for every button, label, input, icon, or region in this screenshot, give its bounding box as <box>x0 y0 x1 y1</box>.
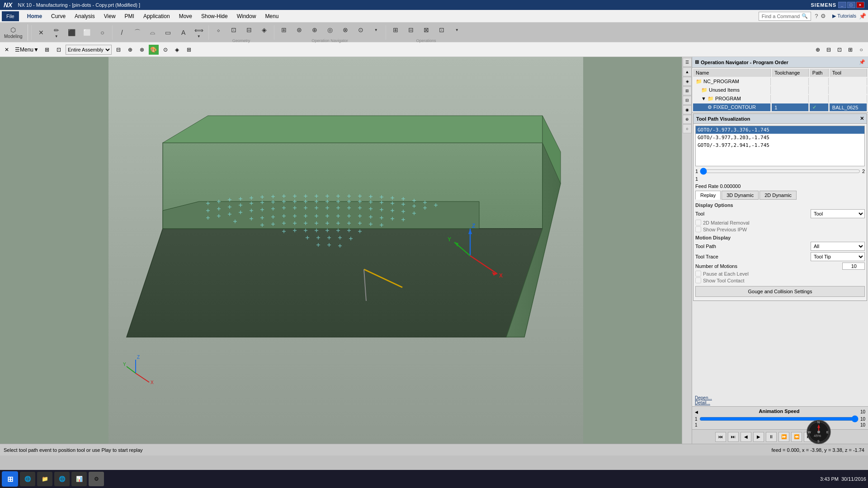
goto-item-3[interactable]: GOTO/-3.977,2.941,-1.745 <box>696 141 864 149</box>
revolve-btn[interactable]: ⬜ <box>80 24 94 41</box>
ctx-btn1[interactable]: ⊞ <box>42 45 52 55</box>
ops-btn4[interactable]: ⊡ <box>434 22 449 38</box>
pause-level-checkbox[interactable] <box>695 271 701 277</box>
ctx-r-btn2[interactable]: ⊟ <box>824 45 834 55</box>
menu-application[interactable]: Application <box>139 11 175 21</box>
table-row[interactable]: 📁 NC_PROGRAM <box>693 78 867 85</box>
op-nav-btn5[interactable]: ⊗ <box>338 22 353 38</box>
dep-link[interactable]: Depen... <box>695 395 865 400</box>
r-icon-8[interactable]: ○ <box>683 124 692 133</box>
menu-show-hide[interactable]: Show-Hide <box>197 11 232 21</box>
ctx-r-btn5[interactable]: ○ <box>856 45 866 55</box>
close-tool-btn[interactable]: ✕ <box>34 24 48 41</box>
tool-path-select[interactable]: All None Rapid Only <box>811 242 865 251</box>
op-nav-btn3[interactable]: ⊕ <box>307 22 322 38</box>
ctx-btn6[interactable]: ⊙ <box>160 45 170 55</box>
tool-option-select[interactable]: Tool None Holder+Tool <box>811 209 865 218</box>
step-back-btn[interactable]: ◀ <box>741 432 751 442</box>
r-icon-3[interactable]: ◈ <box>683 77 692 86</box>
prev-btn[interactable]: ⏭ <box>728 432 739 442</box>
taskbar-app[interactable]: 📊 <box>71 472 87 486</box>
tpv-close-btn[interactable]: ✕ <box>860 116 864 122</box>
ctx-btn5[interactable]: ⊗ <box>137 45 147 55</box>
ops-btn3[interactable]: ⊠ <box>419 22 434 38</box>
menu-context-btn[interactable]: ☰ Menu ▼ <box>14 45 40 55</box>
tab-replay[interactable]: Replay <box>695 191 721 200</box>
ctx-btn8[interactable]: ⊞ <box>184 45 194 55</box>
menu-pmi[interactable]: PMI <box>120 11 139 21</box>
maximize-button[interactable]: □ <box>847 2 855 8</box>
expand-icon[interactable]: ▼ <box>701 96 706 101</box>
arc-btn[interactable]: ⌒ <box>130 24 145 41</box>
tutorials-link[interactable]: ▶ Tutorials <box>832 13 856 19</box>
fast-forward-btn[interactable]: ⏪ <box>791 432 802 442</box>
anim-speed-slider[interactable] <box>699 415 859 422</box>
step-forward-btn[interactable]: ⏩ <box>778 432 789 442</box>
dimension-btn[interactable]: ⟺▼ <box>192 24 206 41</box>
op-nav-dropdown[interactable]: ▼ <box>369 22 383 38</box>
geom-btn3[interactable]: ⊟ <box>242 22 256 38</box>
r-icon-6[interactable]: ◉ <box>683 105 692 114</box>
ctx-btn2[interactable]: ⊡ <box>54 45 64 55</box>
tool-trace-select[interactable]: Tool Tip None All <box>811 252 865 261</box>
menu-home[interactable]: Home <box>23 11 47 21</box>
geom-btn4[interactable]: ◈ <box>257 22 272 38</box>
ops-btn1[interactable]: ⊞ <box>388 22 403 38</box>
op-nav-btn2[interactable]: ⊛ <box>292 22 307 38</box>
anim-collapse-btn[interactable]: ◀ <box>695 410 698 414</box>
ctx-r-btn1[interactable]: ⊕ <box>813 45 823 55</box>
gouge-btn[interactable]: Gouge and Collision Settings <box>695 286 865 297</box>
r-icon-7[interactable]: ⊕ <box>683 115 692 124</box>
close-button[interactable]: × <box>856 2 864 8</box>
geom-btn2[interactable]: ⊡ <box>226 22 241 38</box>
r-icon-1[interactable]: ☰ <box>683 58 692 67</box>
ctx-r-btn3[interactable]: ⊡ <box>835 45 844 55</box>
table-row-selected[interactable]: ⚙ FIXED_CONTOUR 1 ✓ BALL_0625 <box>693 103 867 111</box>
ctx-btn4[interactable]: ⊕ <box>125 45 135 55</box>
path-slider[interactable] <box>700 168 860 174</box>
pause-btn[interactable]: ⏸ <box>766 432 777 442</box>
settings-icon[interactable]: ⚙ <box>821 13 826 19</box>
modeling-btn[interactable]: ⬡ Modeling <box>2 24 25 41</box>
table-row[interactable]: ▼ 📁 PROGRAM <box>693 95 867 103</box>
op-nav-btn4[interactable]: ◎ <box>323 22 337 38</box>
viewport[interactable]: Z Y X Z Y X ☰ ▲ <box>0 57 692 444</box>
ctx-r-btn4[interactable]: ⊞ <box>845 45 855 55</box>
line-btn[interactable]: / <box>115 24 129 41</box>
assembly-dropdown[interactable]: Entire Assembly <box>66 45 112 55</box>
detail-link[interactable]: Detail... <box>695 400 865 405</box>
table-row[interactable]: 📁 Unused Items <box>693 86 867 94</box>
text-btn[interactable]: A <box>176 24 191 41</box>
skip-start-btn[interactable]: ⏮ <box>715 432 726 442</box>
ops-btn2[interactable]: ⊟ <box>404 22 418 38</box>
menu-window[interactable]: Window <box>232 11 261 21</box>
start-btn[interactable]: ⊞ <box>2 471 18 487</box>
find-command-input[interactable]: Find a Command 🔍 <box>759 12 811 21</box>
menu-move[interactable]: Move <box>175 11 197 21</box>
taskbar-ie[interactable]: 🌐 <box>54 472 70 486</box>
r-icon-5[interactable]: ⊟ <box>683 96 692 105</box>
help-icon[interactable]: ? <box>815 13 818 19</box>
menu-analysis[interactable]: Analysis <box>70 11 99 21</box>
show-tool-contact-checkbox[interactable] <box>695 277 701 283</box>
extrude-btn[interactable]: ⬛ <box>65 24 79 41</box>
menu-menu[interactable]: Menu <box>260 11 283 21</box>
tab-2d-dynamic[interactable]: 2D Dynamic <box>760 191 797 200</box>
file-menu-button[interactable]: File <box>2 11 19 21</box>
ctx-color-btn[interactable]: 🎨 <box>149 45 159 55</box>
prev-ipw-checkbox[interactable] <box>695 226 701 232</box>
geom-btn1[interactable]: ⬦ <box>211 22 226 38</box>
menu-curve[interactable]: Curve <box>47 11 70 21</box>
num-motions-input[interactable] <box>842 263 865 270</box>
goto-list[interactable]: GOTO/-3.977,3.376,-1.745 GOTO/-3.977,3.2… <box>695 126 865 166</box>
r-icon-2[interactable]: ▲ <box>683 67 692 76</box>
taskbar-chrome[interactable]: 🌐 <box>20 472 35 486</box>
panel-pin-icon[interactable]: 📌 <box>859 13 866 19</box>
tab-3d-dynamic[interactable]: 3D Dynamic <box>722 191 759 200</box>
goto-item-2[interactable]: GOTO/-3.977,3.203,-1.745 <box>696 134 864 141</box>
rect-btn[interactable]: ▭ <box>161 24 175 41</box>
curve-btn[interactable]: ⌓ <box>146 24 160 41</box>
menu-view[interactable]: View <box>99 11 120 21</box>
op-nav-btn6[interactable]: ⊙ <box>354 22 368 38</box>
goto-item-1[interactable]: GOTO/-3.977,3.376,-1.745 <box>696 126 864 134</box>
